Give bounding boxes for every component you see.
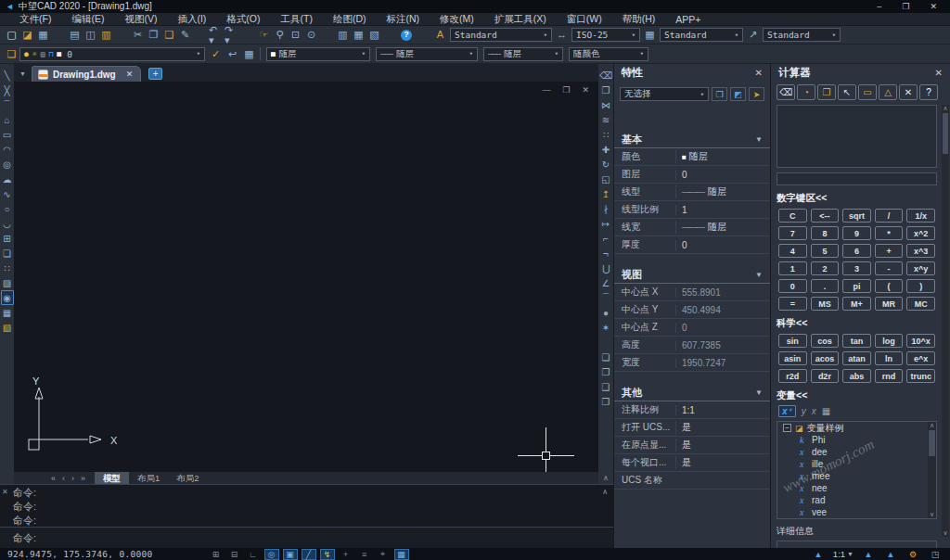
- calc-key[interactable]: 4: [778, 244, 807, 258]
- separator[interactable]: [240, 28, 256, 43]
- calculator-scrollbar[interactable]: ∧ ∨: [942, 105, 949, 537]
- viewport-icon[interactable]: ▦: [394, 549, 409, 560]
- annotation-update-icon[interactable]: ▲: [883, 549, 898, 560]
- preview-icon[interactable]: ◫: [83, 28, 98, 43]
- calc-key[interactable]: sin: [778, 334, 807, 348]
- menu-item[interactable]: 工具(T): [271, 13, 323, 26]
- calc-key[interactable]: atan: [842, 351, 871, 365]
- property-value[interactable]: 0: [682, 323, 687, 333]
- style-combo[interactable]: ISO-25▾: [571, 28, 640, 42]
- calc-key[interactable]: 6: [842, 244, 871, 258]
- select-objects-icon[interactable]: ◩: [730, 87, 746, 101]
- break-point-icon[interactable]: ⌐: [599, 231, 612, 246]
- open-file-icon[interactable]: ◪: [19, 28, 35, 43]
- calc-input[interactable]: [777, 172, 937, 185]
- annotation-scale-control[interactable]: 1:1▼: [833, 549, 854, 559]
- property-value[interactable]: 0: [682, 170, 687, 180]
- calc-key[interactable]: MC: [906, 297, 935, 311]
- donut-icon[interactable]: ◉: [1, 290, 14, 305]
- variable-calc-icon[interactable]: ▦: [822, 406, 830, 416]
- style-combo[interactable]: Standard▾: [450, 28, 552, 42]
- publish-icon[interactable]: ▥: [98, 28, 114, 43]
- array-icon[interactable]: ∷: [599, 127, 612, 142]
- distance-icon[interactable]: ▭: [858, 84, 877, 100]
- calc-key[interactable]: *: [875, 226, 904, 240]
- command-close-icon[interactable]: ✕: [2, 488, 8, 496]
- separator[interactable]: [51, 28, 67, 43]
- snap-mode-icon[interactable]: ⊟: [227, 549, 242, 560]
- calc-key[interactable]: ): [906, 279, 935, 293]
- calc-key[interactable]: x^y: [906, 261, 935, 275]
- command-history[interactable]: ✕ ∧ 命令:命令:命令:: [0, 484, 613, 527]
- calc-key[interactable]: 1: [778, 261, 807, 275]
- calc-history-box[interactable]: [777, 105, 937, 168]
- menu-item[interactable]: 视图(V): [114, 13, 167, 26]
- revcloud-icon[interactable]: ☁: [1, 172, 14, 186]
- variable-item[interactable]: x nee: [777, 482, 936, 494]
- layout-nav-icon[interactable]: »: [81, 474, 85, 483]
- document-tab[interactable]: Drawing1.dwg ✕: [32, 66, 141, 82]
- tab-list-icon[interactable]: ▼: [19, 70, 26, 77]
- separator[interactable]: [193, 28, 209, 43]
- match-properties-icon[interactable]: ✎: [177, 28, 193, 43]
- table-style-icon[interactable]: ▦: [642, 28, 658, 43]
- fullscreen-icon[interactable]: ◳: [928, 549, 943, 560]
- section-view[interactable]: 视图▼: [614, 266, 770, 284]
- menu-item[interactable]: 标注(N): [377, 13, 430, 26]
- calc-key[interactable]: 5: [811, 244, 840, 258]
- insert-block-icon[interactable]: ⊞: [1, 231, 14, 246]
- menu-item[interactable]: 帮助(H): [612, 13, 666, 26]
- new-tab-button[interactable]: +: [148, 68, 162, 80]
- minimize-button[interactable]: –: [877, 2, 881, 11]
- stretch-icon[interactable]: ↥: [599, 186, 612, 201]
- separator[interactable]: [114, 28, 130, 43]
- move-icon[interactable]: ✚: [599, 142, 612, 157]
- calc-key[interactable]: <--: [811, 209, 840, 223]
- calc-key[interactable]: 8: [811, 226, 840, 240]
- calc-key[interactable]: x^3: [906, 244, 935, 258]
- command-expand-icon[interactable]: ∧: [602, 488, 608, 496]
- tool-palettes-icon[interactable]: ▧: [366, 28, 382, 43]
- text-style-icon[interactable]: A: [432, 28, 448, 43]
- calc-key[interactable]: (: [875, 279, 904, 293]
- drawing-canvas[interactable]: — ❐ ✕ Y X: [14, 82, 598, 472]
- section-other[interactable]: 其他▼: [614, 384, 770, 401]
- layout-tab[interactable]: 模型: [95, 472, 129, 484]
- help-icon[interactable]: ?: [401, 30, 412, 41]
- layer-states-icon[interactable]: ▦: [241, 46, 257, 61]
- save-icon[interactable]: ▦: [35, 28, 51, 43]
- send-under-icon[interactable]: ❒: [599, 394, 612, 409]
- property-value[interactable]: 0: [682, 240, 687, 250]
- line-icon[interactable]: ╲: [1, 68, 14, 83]
- calc-key[interactable]: cos: [811, 334, 840, 348]
- mdi-restore-icon[interactable]: ❐: [562, 85, 570, 95]
- intersection-icon[interactable]: ✕: [899, 84, 918, 100]
- make-block-icon[interactable]: ❏: [1, 246, 14, 261]
- ortho-icon[interactable]: ∟: [246, 549, 261, 560]
- variable-tree[interactable]: − ◪ 变量样例 k Phi x dee x ille: [777, 421, 937, 519]
- tree-folder-row[interactable]: − ◪ 变量样例: [777, 422, 936, 434]
- point-icon[interactable]: ∷: [1, 261, 14, 275]
- layer-combo[interactable]: ●☼▤⊓■ 0 ▾: [19, 47, 205, 61]
- new-variable-icon[interactable]: x⁺: [778, 405, 796, 417]
- calc-key[interactable]: 3: [842, 261, 871, 275]
- calc-key[interactable]: sqrt: [842, 209, 871, 223]
- calc-key[interactable]: MR: [875, 297, 904, 311]
- blend-icon[interactable]: ●: [599, 305, 612, 320]
- property-value[interactable]: 是: [682, 456, 691, 469]
- separator[interactable]: [415, 28, 430, 43]
- paste-icon[interactable]: ❑: [161, 28, 177, 43]
- calc-key[interactable]: asin: [778, 351, 807, 365]
- clear-history-icon[interactable]: ⌫: [777, 84, 795, 100]
- dynamic-input-icon[interactable]: ↯: [320, 549, 335, 560]
- numpad-section-label[interactable]: 数字键区<<: [777, 192, 944, 205]
- design-center-icon[interactable]: ▦: [351, 28, 366, 43]
- variable-item[interactable]: x ille: [777, 458, 936, 470]
- bring-above-icon[interactable]: ❑: [599, 379, 612, 394]
- calc-key[interactable]: -: [875, 261, 904, 275]
- zoom-realtime-icon[interactable]: ⚲: [272, 28, 288, 43]
- ellipse-arc-icon[interactable]: ◡: [1, 216, 14, 231]
- property-value[interactable]: 450.4994: [682, 305, 721, 315]
- layer-manager-icon[interactable]: ❏: [4, 46, 19, 61]
- trim-icon[interactable]: ∤: [599, 201, 612, 216]
